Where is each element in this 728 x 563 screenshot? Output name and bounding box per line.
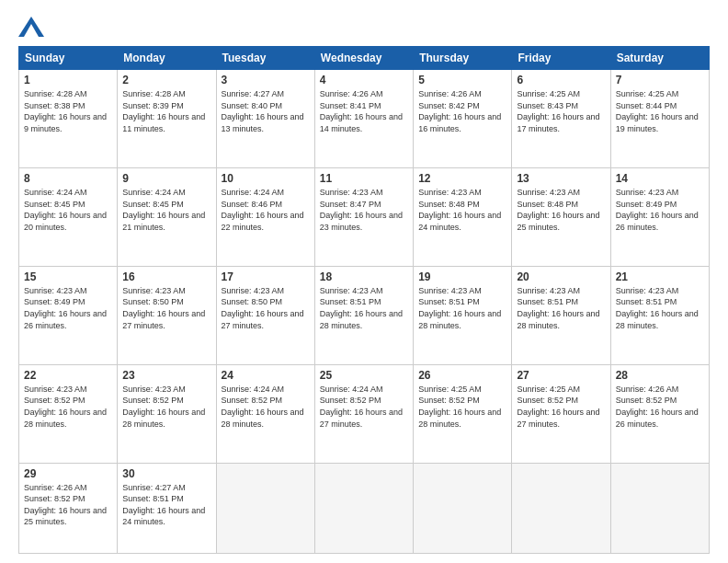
weekday-header: Sunday: [19, 47, 118, 70]
day-number: 8: [24, 172, 112, 185]
calendar-cell: 6 Sunrise: 4:25 AMSunset: 8:43 PMDayligh…: [512, 70, 610, 168]
week-row: 15 Sunrise: 4:23 AMSunset: 8:49 PMDaylig…: [19, 266, 710, 364]
calendar-cell: 26 Sunrise: 4:25 AMSunset: 8:52 PMDaylig…: [414, 364, 512, 463]
week-row: 22 Sunrise: 4:23 AMSunset: 8:52 PMDaylig…: [19, 364, 710, 463]
calendar-cell: 1 Sunrise: 4:28 AMSunset: 8:38 PMDayligh…: [19, 70, 118, 168]
calendar-cell: 4 Sunrise: 4:26 AMSunset: 8:41 PMDayligh…: [314, 70, 413, 168]
cell-info: Sunrise: 4:28 AMSunset: 8:39 PMDaylight:…: [122, 89, 205, 133]
week-row: 1 Sunrise: 4:28 AMSunset: 8:38 PMDayligh…: [19, 70, 710, 168]
header: [18, 17, 710, 37]
calendar-cell: 24 Sunrise: 4:24 AMSunset: 8:52 PMDaylig…: [216, 364, 314, 463]
weekday-header-row: SundayMondayTuesdayWednesdayThursdayFrid…: [19, 47, 710, 70]
day-number: 6: [517, 74, 605, 86]
day-number: 29: [24, 467, 112, 480]
calendar-cell: 7 Sunrise: 4:25 AMSunset: 8:44 PMDayligh…: [610, 70, 709, 168]
calendar-table: SundayMondayTuesdayWednesdayThursdayFrid…: [18, 46, 710, 554]
day-number: 17: [222, 270, 310, 283]
calendar-cell: 28 Sunrise: 4:26 AMSunset: 8:52 PMDaylig…: [610, 364, 709, 463]
cell-info: Sunrise: 4:28 AMSunset: 8:38 PMDaylight:…: [24, 89, 107, 133]
calendar-cell: [414, 463, 512, 553]
calendar-cell: 30 Sunrise: 4:27 AMSunset: 8:51 PMDaylig…: [118, 463, 216, 553]
cell-info: Sunrise: 4:23 AMSunset: 8:51 PMDaylight:…: [517, 286, 599, 330]
calendar-cell: 15 Sunrise: 4:23 AMSunset: 8:49 PMDaylig…: [19, 266, 118, 364]
cell-info: Sunrise: 4:23 AMSunset: 8:50 PMDaylight:…: [222, 286, 304, 330]
cell-info: Sunrise: 4:23 AMSunset: 8:49 PMDaylight:…: [616, 188, 699, 232]
cell-info: Sunrise: 4:24 AMSunset: 8:45 PMDaylight:…: [24, 188, 107, 232]
page: SundayMondayTuesdayWednesdayThursdayFrid…: [0, 0, 728, 563]
cell-info: Sunrise: 4:23 AMSunset: 8:51 PMDaylight:…: [616, 286, 699, 330]
calendar-cell: 16 Sunrise: 4:23 AMSunset: 8:50 PMDaylig…: [118, 266, 216, 364]
calendar-cell: 2 Sunrise: 4:28 AMSunset: 8:39 PMDayligh…: [118, 70, 216, 168]
weekday-header: Saturday: [610, 47, 709, 70]
day-number: 25: [320, 369, 408, 382]
cell-info: Sunrise: 4:23 AMSunset: 8:49 PMDaylight:…: [24, 286, 107, 330]
calendar-cell: 25 Sunrise: 4:24 AMSunset: 8:52 PMDaylig…: [314, 364, 413, 463]
weekday-header: Wednesday: [314, 47, 413, 70]
cell-info: Sunrise: 4:26 AMSunset: 8:41 PMDaylight:…: [320, 89, 403, 133]
day-number: 7: [616, 74, 704, 86]
cell-info: Sunrise: 4:25 AMSunset: 8:44 PMDaylight:…: [616, 89, 699, 133]
calendar-cell: 10 Sunrise: 4:24 AMSunset: 8:46 PMDaylig…: [216, 167, 314, 266]
calendar-cell: 27 Sunrise: 4:25 AMSunset: 8:52 PMDaylig…: [512, 364, 610, 463]
calendar-cell: 11 Sunrise: 4:23 AMSunset: 8:47 PMDaylig…: [314, 167, 413, 266]
weekday-header: Thursday: [414, 47, 512, 70]
day-number: 3: [222, 74, 310, 86]
cell-info: Sunrise: 4:25 AMSunset: 8:52 PMDaylight:…: [418, 385, 501, 429]
weekday-header: Monday: [118, 47, 216, 70]
cell-info: Sunrise: 4:26 AMSunset: 8:42 PMDaylight:…: [418, 89, 501, 133]
calendar-cell: 17 Sunrise: 4:23 AMSunset: 8:50 PMDaylig…: [216, 266, 314, 364]
day-number: 26: [418, 369, 506, 382]
logo: [18, 17, 48, 37]
weekday-header: Tuesday: [216, 47, 314, 70]
day-number: 15: [24, 270, 112, 283]
cell-info: Sunrise: 4:23 AMSunset: 8:52 PMDaylight:…: [24, 385, 107, 429]
calendar-cell: 19 Sunrise: 4:23 AMSunset: 8:51 PMDaylig…: [414, 266, 512, 364]
calendar-cell: 13 Sunrise: 4:23 AMSunset: 8:48 PMDaylig…: [512, 167, 610, 266]
day-number: 27: [517, 369, 605, 382]
day-number: 9: [122, 172, 210, 185]
day-number: 13: [517, 172, 605, 185]
calendar-cell: 20 Sunrise: 4:23 AMSunset: 8:51 PMDaylig…: [512, 266, 610, 364]
day-number: 14: [616, 172, 704, 185]
day-number: 2: [122, 74, 210, 86]
cell-info: Sunrise: 4:23 AMSunset: 8:47 PMDaylight:…: [320, 188, 403, 232]
calendar-cell: 29 Sunrise: 4:26 AMSunset: 8:52 PMDaylig…: [19, 463, 118, 553]
day-number: 1: [24, 74, 112, 86]
day-number: 23: [122, 369, 210, 382]
day-number: 4: [320, 74, 408, 86]
cell-info: Sunrise: 4:24 AMSunset: 8:52 PMDaylight:…: [320, 385, 403, 429]
cell-info: Sunrise: 4:23 AMSunset: 8:48 PMDaylight:…: [517, 188, 599, 232]
logo-icon: [18, 17, 44, 37]
calendar-cell: [314, 463, 413, 553]
day-number: 10: [222, 172, 310, 185]
cell-info: Sunrise: 4:24 AMSunset: 8:45 PMDaylight:…: [122, 188, 205, 232]
day-number: 19: [418, 270, 506, 283]
day-number: 28: [616, 369, 704, 382]
day-number: 21: [616, 270, 704, 283]
calendar-cell: 22 Sunrise: 4:23 AMSunset: 8:52 PMDaylig…: [19, 364, 118, 463]
calendar-cell: 9 Sunrise: 4:24 AMSunset: 8:45 PMDayligh…: [118, 167, 216, 266]
cell-info: Sunrise: 4:26 AMSunset: 8:52 PMDaylight:…: [616, 385, 699, 429]
cell-info: Sunrise: 4:23 AMSunset: 8:48 PMDaylight:…: [418, 188, 501, 232]
week-row: 8 Sunrise: 4:24 AMSunset: 8:45 PMDayligh…: [19, 167, 710, 266]
day-number: 30: [122, 467, 210, 480]
day-number: 22: [24, 369, 112, 382]
calendar-cell: 14 Sunrise: 4:23 AMSunset: 8:49 PMDaylig…: [610, 167, 709, 266]
cell-info: Sunrise: 4:26 AMSunset: 8:52 PMDaylight:…: [24, 483, 107, 527]
day-number: 12: [418, 172, 506, 185]
cell-info: Sunrise: 4:23 AMSunset: 8:51 PMDaylight:…: [320, 286, 403, 330]
cell-info: Sunrise: 4:24 AMSunset: 8:46 PMDaylight:…: [222, 188, 304, 232]
cell-info: Sunrise: 4:27 AMSunset: 8:51 PMDaylight:…: [122, 483, 205, 527]
day-number: 20: [517, 270, 605, 283]
cell-info: Sunrise: 4:25 AMSunset: 8:52 PMDaylight:…: [517, 385, 599, 429]
day-number: 11: [320, 172, 408, 185]
calendar-cell: [610, 463, 709, 553]
day-number: 18: [320, 270, 408, 283]
cell-info: Sunrise: 4:27 AMSunset: 8:40 PMDaylight:…: [222, 89, 304, 133]
week-row: 29 Sunrise: 4:26 AMSunset: 8:52 PMDaylig…: [19, 463, 710, 553]
day-number: 16: [122, 270, 210, 283]
calendar-cell: 12 Sunrise: 4:23 AMSunset: 8:48 PMDaylig…: [414, 167, 512, 266]
calendar-cell: 21 Sunrise: 4:23 AMSunset: 8:51 PMDaylig…: [610, 266, 709, 364]
cell-info: Sunrise: 4:23 AMSunset: 8:52 PMDaylight:…: [122, 385, 205, 429]
calendar-cell: [216, 463, 314, 553]
